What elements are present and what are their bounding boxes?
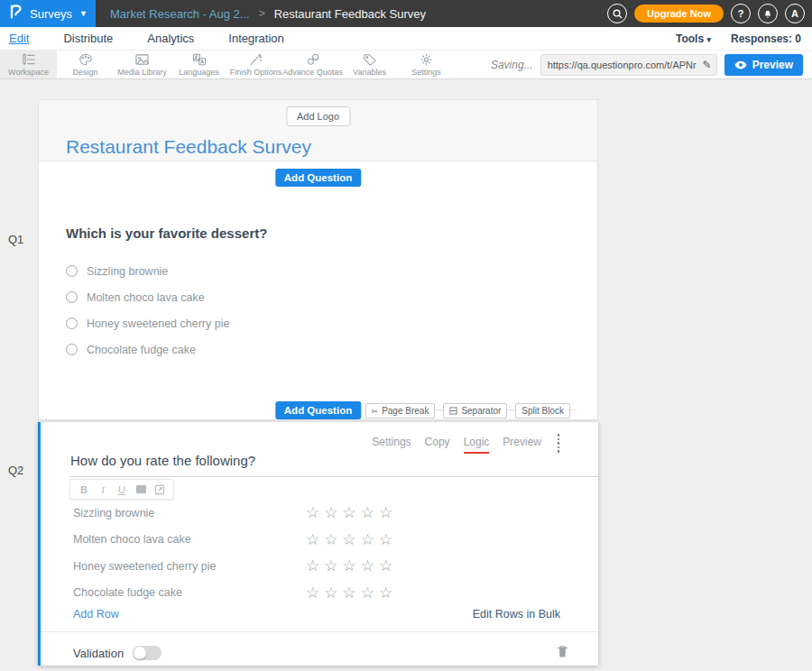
validation-label: Validation (73, 647, 124, 660)
q1-question-text[interactable]: Which is your favorite dessert? (66, 225, 267, 241)
scissors-icon: ✂ (372, 407, 379, 416)
q2-settings-link[interactable]: Settings (372, 436, 411, 454)
translate-icon (192, 53, 207, 66)
toolbar-item-design[interactable]: Design (57, 51, 114, 78)
toolbar-item-advance-quotas[interactable]: Advance Quotas (284, 51, 341, 78)
survey-title[interactable]: Restaurant Feedback Survey (66, 136, 311, 158)
underline-button[interactable]: U (115, 483, 129, 496)
radio-icon[interactable] (66, 291, 78, 303)
row-label[interactable]: Honey sweetened cherry pie (73, 560, 306, 573)
responses-count: Responses: 0 (731, 32, 801, 45)
edit-rows-in-bulk-link[interactable]: Edit Rows in Bulk (473, 608, 560, 620)
surveys-menu[interactable]: Surveys ▼ (0, 0, 96, 27)
breadcrumb-separator: > (259, 7, 265, 20)
rating-row: Sizzling brownie ☆☆☆☆☆ (73, 500, 574, 527)
toolbar-item-media-library[interactable]: Media Library (114, 51, 171, 78)
breadcrumb-folder[interactable]: Market Research - Aug 2... (110, 7, 250, 21)
option-label: Sizzling brownie (87, 265, 168, 278)
tools-menu[interactable]: Tools ▾ (676, 32, 711, 45)
questionpro-logo-icon (9, 4, 23, 23)
radio-icon[interactable] (66, 317, 78, 329)
row-label[interactable]: Sizzling brownie (73, 507, 306, 519)
toolbar-item-variables[interactable]: Variables (341, 51, 398, 78)
tab-integration[interactable]: Integration (228, 32, 283, 45)
block-actions: ✂ Page Break Separator Split Block (365, 403, 570, 418)
q2-action-menu: Settings Copy Logic Preview (372, 436, 541, 454)
q2-preview-link[interactable]: Preview (503, 436, 541, 454)
italic-button[interactable]: I (96, 483, 110, 496)
q1-option[interactable]: Chocolate fudge cake (66, 336, 229, 363)
add-question-button-bottom[interactable]: Add Question (275, 401, 361, 419)
q2-rating-rows: Sizzling brownie ☆☆☆☆☆ Molten choco lava… (73, 500, 574, 606)
chain-links-icon (306, 53, 320, 66)
separator-button[interactable]: Separator (443, 403, 507, 418)
toolbar-right: Saving... ✎ Preview (491, 51, 812, 78)
q1-option[interactable]: Molten choco lava cake (66, 284, 229, 310)
insert-link-button[interactable] (152, 483, 167, 496)
magic-wand-icon (249, 53, 263, 66)
q1-option[interactable]: Sizzling brownie (66, 258, 229, 284)
add-logo-button[interactable]: Add Logo (286, 106, 350, 126)
editor-toolbar: Workspace Design Media Library Languages… (0, 51, 812, 79)
split-block-button[interactable]: Split Block (515, 403, 570, 418)
survey-url-field[interactable]: ✎ (540, 54, 717, 76)
insert-image-button[interactable] (134, 483, 148, 496)
radio-icon[interactable] (66, 265, 78, 277)
saving-status: Saving... (491, 59, 533, 71)
workspace-icon (21, 53, 36, 66)
star-rating[interactable]: ☆☆☆☆☆ (306, 558, 397, 574)
q2-copy-link[interactable]: Copy (425, 436, 450, 454)
q1-options: Sizzling brownie Molten choco lava cake … (66, 258, 229, 363)
top-bar: Surveys ▼ Market Research - Aug 2... > R… (0, 0, 812, 27)
search-icon (613, 9, 623, 19)
text-format-toolbar: B I U (69, 479, 174, 500)
toolbar-item-workspace[interactable]: Workspace (0, 51, 57, 78)
tab-edit[interactable]: Edit (9, 32, 29, 45)
upgrade-now-button[interactable]: Upgrade Now (634, 5, 724, 23)
notifications-button[interactable] (758, 4, 778, 23)
validation-toggle[interactable] (133, 646, 161, 660)
separator-icon (449, 407, 457, 415)
star-rating[interactable]: ☆☆☆☆☆ (306, 585, 397, 601)
option-label: Honey sweetened cherry pie (87, 317, 229, 330)
nav-right: Tools ▾ Responses: 0 (676, 32, 803, 45)
add-question-button-top[interactable]: Add Question (275, 169, 361, 187)
trash-icon (557, 645, 568, 658)
more-options-icon[interactable] (558, 434, 560, 453)
tab-distribute[interactable]: Distribute (63, 32, 113, 45)
add-row-link[interactable]: Add Row (73, 608, 119, 620)
search-button[interactable] (607, 4, 627, 23)
radio-icon[interactable] (66, 344, 78, 355)
palette-icon (78, 53, 93, 66)
product-label: Surveys (30, 7, 72, 21)
page-break-button[interactable]: ✂ Page Break (365, 403, 436, 418)
image-icon (135, 484, 147, 494)
bold-button[interactable]: B (77, 483, 91, 496)
row-label[interactable]: Molten choco lava cake (73, 533, 306, 546)
row-label[interactable]: Chocolate fudge cake (73, 586, 306, 599)
toolbar-item-languages[interactable]: Languages (171, 51, 227, 78)
help-button[interactable]: ? (731, 4, 751, 23)
breadcrumb-survey: Restaurant Feedback Survey (274, 7, 426, 21)
gear-icon (420, 53, 433, 66)
q2-question-text[interactable]: How do you rate the following? (70, 453, 599, 477)
toolbar-item-finish-options[interactable]: Finish Options (227, 51, 284, 78)
image-icon (134, 53, 150, 66)
q1-option[interactable]: Honey sweetened cherry pie (66, 310, 229, 336)
rating-row: Honey sweetened cherry pie ☆☆☆☆☆ (73, 553, 574, 580)
toolbar-item-settings[interactable]: Settings (398, 51, 455, 78)
star-rating[interactable]: ☆☆☆☆☆ (306, 505, 397, 520)
preview-button[interactable]: Preview (724, 54, 803, 76)
delete-question-button[interactable] (557, 645, 568, 662)
survey-url-input[interactable] (541, 60, 697, 70)
tag-icon (363, 53, 377, 66)
option-label: Molten choco lava cake (87, 291, 205, 304)
q2-logic-link[interactable]: Logic (464, 436, 490, 454)
tab-analytics[interactable]: Analytics (147, 32, 194, 45)
edit-url-icon[interactable]: ✎ (703, 59, 712, 71)
account-avatar[interactable]: A (785, 4, 805, 23)
star-rating[interactable]: ☆☆☆☆☆ (306, 532, 397, 547)
eye-icon (734, 60, 747, 69)
q2-footer-divider (41, 631, 598, 632)
chevron-down-icon: ▼ (79, 9, 88, 18)
